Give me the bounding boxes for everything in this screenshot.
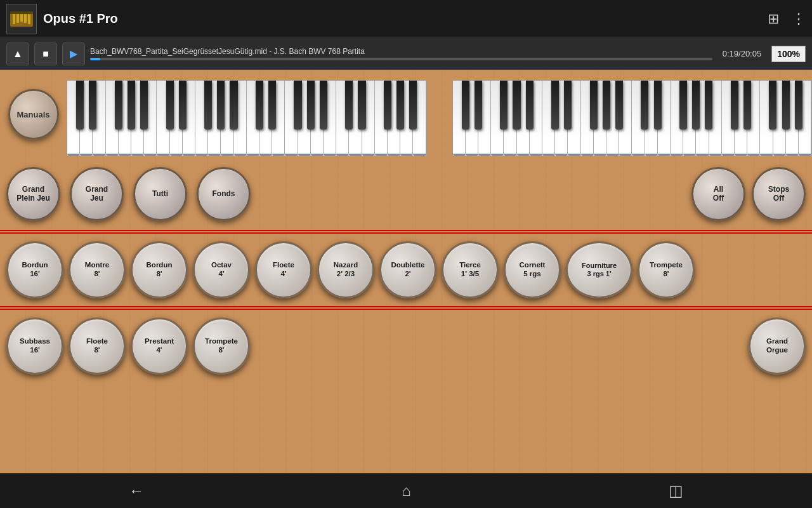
svg-rect-1 <box>10 11 33 14</box>
floete-4-button[interactable]: Floete4' <box>255 241 312 298</box>
preset-stops-section: GrandPlein Jeu GrandJeu Tutti Fonds AllO… <box>0 159 812 229</box>
montre-8-button[interactable]: Montre8' <box>69 241 126 298</box>
song-title: Bach_BWV768_Partita_SeiGegrüssetJesuGüti… <box>90 47 712 56</box>
cornett-button[interactable]: Cornett5 rgs <box>504 241 561 298</box>
progress-fill <box>90 58 100 60</box>
bordun-8-button[interactable]: Bordun8' <box>131 241 188 298</box>
all-off-button[interactable]: AllOff <box>691 167 745 221</box>
grand-jeu-button[interactable]: GrandJeu <box>70 167 124 221</box>
fourniture-button[interactable]: Fourniture3 rgs 1' <box>566 241 632 298</box>
volume-display[interactable]: 100% <box>771 46 806 62</box>
more-options-icon[interactable]: ⋮ <box>792 11 806 27</box>
song-info: Bach_BWV768_Partita_SeiGegrüssetJesuGüti… <box>90 47 712 60</box>
trompete-8b-button[interactable]: Trompete8' <box>193 318 250 375</box>
svg-rect-6 <box>28 14 30 24</box>
manuals-wrap: Manuals <box>0 75 67 154</box>
svg-rect-2 <box>13 14 15 24</box>
svg-rect-4 <box>20 14 23 22</box>
tutti-button[interactable]: Tutti <box>133 167 187 221</box>
register-row-1: Bordun16' Montre8' Bordun8' Octav4' Floe… <box>0 235 812 305</box>
transport-bar: ▲ ■ ▶ Bach_BWV768_Partita_SeiGegrüssetJe… <box>0 38 812 70</box>
keyboard-section: Manuals <box>0 70 812 159</box>
bordun-16-button[interactable]: Bordun16' <box>6 241 63 298</box>
nazard-button[interactable]: Nazard2' 2/3 <box>317 241 374 298</box>
recent-nav-icon[interactable]: ◫ <box>669 482 683 500</box>
grand-orgue-button[interactable]: GrandOrgue <box>749 318 806 375</box>
svg-rect-5 <box>24 14 27 23</box>
register-row-2: Subbass16' Floete8' Prestant4' Trompete8… <box>0 311 812 381</box>
divider-1 <box>0 229 812 235</box>
divider-2 <box>0 305 812 311</box>
stops-right: AllOff StopsOff <box>691 167 806 221</box>
eject-button[interactable]: ▲ <box>6 43 29 65</box>
keyboard-left <box>67 80 427 156</box>
svg-rect-3 <box>16 14 19 23</box>
trompete-8-button[interactable]: Trompete8' <box>638 241 695 298</box>
app-icon <box>6 4 37 34</box>
tierce-button[interactable]: Tierce1' 3/5 <box>442 241 499 298</box>
fonds-button[interactable]: Fonds <box>197 167 251 221</box>
home-nav-icon[interactable]: ⌂ <box>402 482 411 500</box>
manuals-button[interactable]: Manuals <box>8 89 59 140</box>
stops-off-button[interactable]: StopsOff <box>752 167 806 221</box>
top-bar: Opus #1 Pro ⊞ ⋮ <box>0 0 812 38</box>
back-nav-icon[interactable]: ← <box>129 482 144 500</box>
equalizer-icon[interactable]: ⊞ <box>768 11 779 27</box>
floete-8-button[interactable]: Floete8' <box>69 318 126 375</box>
main-content: Manuals GrandPlein Je <box>0 70 812 473</box>
time-display: 0:19/20:05 <box>723 49 761 58</box>
progress-bar[interactable] <box>90 58 712 60</box>
bottom-nav: ← ⌂ ◫ <box>0 473 812 508</box>
keyboard-gap <box>427 75 452 154</box>
grand-plein-jeu-button[interactable]: GrandPlein Jeu <box>6 167 60 221</box>
stop-button[interactable]: ■ <box>34 43 57 65</box>
top-icons: ⊞ ⋮ <box>768 11 806 27</box>
octav-4-button[interactable]: Octav4' <box>193 241 250 298</box>
keyboard-right <box>452 80 813 156</box>
doublette-button[interactable]: Doublette2' <box>379 241 436 298</box>
subbass-16-button[interactable]: Subbass16' <box>6 318 63 375</box>
prestant-4-button[interactable]: Prestant4' <box>131 318 188 375</box>
app-title: Opus #1 Pro <box>43 11 761 26</box>
play-button[interactable]: ▶ <box>62 43 85 65</box>
